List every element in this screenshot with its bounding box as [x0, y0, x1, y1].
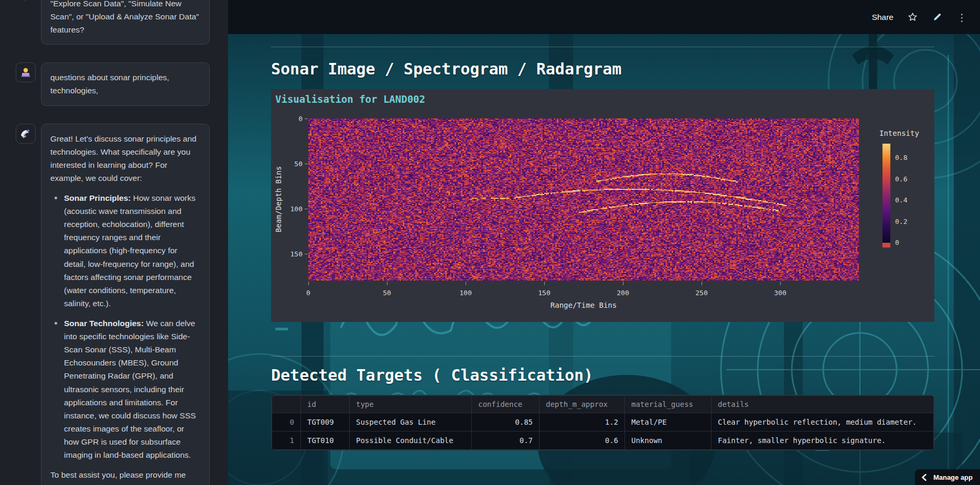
bullet-item: Sonar Technologies: We can delve into sp… — [50, 317, 200, 461]
message-outro: To best assist you, please provide me wi… — [50, 468, 200, 485]
app-header: Share ⋮ — [228, 0, 980, 34]
divider — [271, 47, 934, 47]
cell-confidence: 0.7 — [472, 432, 540, 450]
content-column: Sonar Image / Spectrogram / Radargram Vi… — [271, 34, 934, 450]
overflow-menu-button[interactable]: ⋮ — [956, 12, 967, 23]
x-tick-label: 200 — [617, 289, 629, 297]
colorbar-tick-label: 0.6 — [895, 175, 907, 182]
bullet-item: Sonar Principles: How sonar works (acous… — [50, 191, 200, 310]
chat-sidebar[interactable]: › "Explore Scan Data", "Simulate New Sca… — [0, 0, 228, 485]
cell-index: 0 — [272, 413, 301, 432]
sonar-heatmap-canvas — [308, 118, 859, 281]
chevron-right-icon: › — [24, 0, 27, 4]
user-message-bubble: questions about sonar principles, techno… — [41, 62, 210, 105]
col-header-index[interactable] — [272, 396, 301, 413]
main-area: Share ⋮ Sonar Image / Spectrogram / Rada… — [228, 0, 980, 485]
col-header-id[interactable]: id — [301, 396, 350, 413]
x-tick-label: 250 — [695, 289, 707, 297]
x-tick-label: 300 — [774, 289, 786, 297]
col-header-type[interactable]: type — [350, 396, 472, 413]
assistant-avatar — [16, 124, 36, 144]
message-text: "Explore Scan Data", "Simulate New Scan"… — [50, 0, 200, 36]
x-tick-label: 0 — [306, 289, 310, 297]
colorbar-tick-label: 0.4 — [895, 196, 907, 204]
manage-app-button[interactable]: Manage app — [915, 469, 980, 485]
col-header-material[interactable]: material_guess — [625, 396, 712, 413]
x-tick-label: 100 — [459, 289, 471, 297]
chat-message: questions about sonar principles, techno… — [0, 62, 228, 105]
table-row: 0 TGT009 Suspected Gas Line 0.85 1.2 Met… — [272, 413, 934, 432]
cell-material: Unknown — [625, 432, 712, 450]
favorite-button[interactable] — [907, 12, 918, 23]
cell-depth: 0.6 — [540, 432, 625, 450]
colorbar-tick-label: 0 — [895, 239, 899, 246]
colorbar-tick-label: 0.8 — [895, 154, 907, 161]
message-expand-control: › — [16, 0, 36, 8]
col-header-depth[interactable]: depth_m_approx — [540, 396, 625, 413]
message-text: questions about sonar principles, techno… — [50, 71, 200, 97]
table-header-row: id type confidence depth_m_approx materi… — [272, 396, 934, 413]
x-axis-label: Range/Time Bins — [551, 301, 617, 309]
cell-type: Suspected Gas Line — [350, 413, 472, 432]
cell-index: 1 — [272, 432, 301, 450]
star-icon — [907, 12, 918, 23]
message-intro: Great! Let's discuss sonar principles an… — [50, 132, 200, 185]
table-row: 1 TGT010 Possible Conduit/Cable 0.7 0.6 … — [272, 432, 934, 450]
chart-title: Visualisation for LAND002 — [275, 93, 425, 105]
cell-details: Fainter, smaller hyperbolic signature. — [712, 432, 934, 450]
assistant-message-bubble: "Explore Scan Data", "Simulate New Scan"… — [41, 0, 210, 45]
kebab-menu-icon: ⋮ — [957, 12, 967, 23]
section-title-detected-targets: Detected Targets ( Classification) — [271, 366, 934, 385]
y-axis-label: Beam/Depth Bins — [274, 166, 283, 232]
cell-type: Possible Conduit/Cable — [350, 432, 472, 450]
colorbar-tick-label: 0.2 — [895, 217, 907, 225]
cell-details: Clear hyperbolic reflection, medium diam… — [712, 413, 934, 432]
assistant-message-bubble: Great! Let's discuss sonar principles an… — [41, 124, 210, 485]
cell-confidence: 0.85 — [472, 413, 540, 432]
y-tick-label: 50 — [294, 159, 303, 167]
col-header-confidence[interactable]: confidence — [472, 396, 540, 413]
x-tick-label: 150 — [538, 289, 550, 297]
chevron-left-icon — [921, 474, 927, 481]
cell-id: TGT010 — [301, 432, 350, 450]
colorbar — [882, 144, 890, 247]
chat-message: › "Explore Scan Data", "Simulate New Sca… — [0, 0, 228, 45]
colorbar-label: Intensity — [879, 129, 919, 137]
y-tick-label: 100 — [290, 204, 303, 212]
cell-material: Metal/PE — [625, 413, 712, 432]
user-avatar — [16, 62, 36, 82]
x-tick-label: 50 — [383, 289, 391, 297]
section-title-sonar-image: Sonar Image / Spectrogram / Radargram — [271, 60, 934, 79]
technologist-emoji — [20, 67, 31, 78]
satellite-antenna-emoji — [20, 128, 31, 139]
message-bullet-list: Sonar Principles: How sonar works (acous… — [50, 191, 200, 461]
y-tick-label: 0 — [298, 115, 303, 123]
share-button[interactable]: Share — [872, 13, 893, 22]
cell-id: TGT009 — [301, 413, 350, 432]
cell-depth: 1.2 — [540, 413, 625, 432]
col-header-details[interactable]: details — [712, 396, 934, 413]
y-tick-label: 150 — [290, 250, 303, 257]
edit-button[interactable] — [932, 12, 943, 23]
chat-message: Great! Let's discuss sonar principles an… — [0, 124, 228, 485]
pencil-icon — [932, 12, 942, 22]
divider — [271, 356, 934, 357]
spectrogram-plot-container: Visualisation for LAND002 Beam/Depth Bin… — [271, 89, 934, 322]
detected-targets-table: id type confidence depth_m_approx materi… — [271, 395, 934, 450]
